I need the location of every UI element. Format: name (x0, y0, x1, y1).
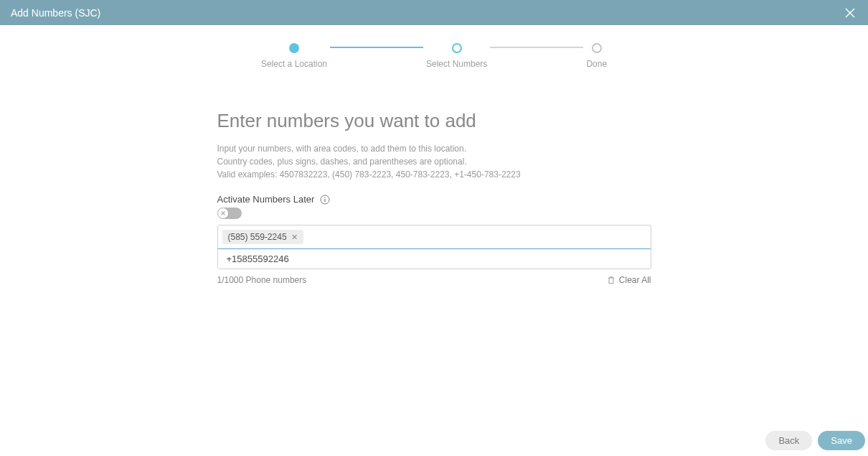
chip-remove-button[interactable]: ✕ (291, 233, 298, 241)
step-circle-completed (289, 43, 299, 53)
activate-later-toggle[interactable] (217, 208, 242, 219)
text-input-wrapper (217, 248, 651, 269)
step-select-numbers: Select Numbers (426, 43, 487, 69)
number-chip: (585) 559-2245 ✕ (222, 230, 303, 244)
activate-later-row: Activate Numbers Later (217, 194, 651, 205)
step-circle-pending (592, 43, 602, 53)
modal-title: Add Numbers (SJC) (11, 7, 100, 19)
chips-row: (585) 559-2245 ✕ (218, 225, 651, 249)
step-line (330, 47, 423, 48)
close-icon (844, 7, 856, 19)
footer-actions: Back Save (765, 431, 865, 450)
step-circle-current (452, 43, 462, 53)
description-line: Valid examples: 4507832223, (450) 783-22… (217, 168, 651, 181)
step-done: Done (586, 43, 607, 69)
toggle-knob (218, 208, 228, 218)
numbers-counter: 1/1000 Phone numbers (217, 275, 307, 285)
input-footer: 1/1000 Phone numbers Clear All (217, 275, 651, 285)
clear-all-label: Clear All (619, 275, 651, 285)
description-line: Country codes, plus signs, dashes, and p… (217, 155, 651, 168)
numbers-input[interactable] (218, 249, 651, 269)
clear-all-button[interactable]: Clear All (607, 275, 651, 285)
close-button[interactable] (843, 6, 857, 20)
page-title: Enter numbers you want to add (217, 110, 651, 132)
activate-later-label: Activate Numbers Later (217, 194, 315, 205)
chip-text: (585) 559-2245 (228, 232, 287, 242)
step-label: Select a Location (261, 59, 327, 69)
description-text: Input your numbers, with area codes, to … (217, 142, 651, 181)
svg-point-4 (325, 197, 326, 197)
info-icon[interactable] (320, 195, 330, 205)
step-line (490, 47, 583, 48)
save-button[interactable]: Save (818, 431, 865, 450)
step-select-location: Select a Location (261, 43, 327, 69)
back-button[interactable]: Back (765, 431, 812, 450)
description-line: Input your numbers, with area codes, to … (217, 142, 651, 155)
step-label: Select Numbers (426, 59, 487, 69)
numbers-input-area: (585) 559-2245 ✕ (217, 225, 651, 269)
main-card: Enter numbers you want to add Input your… (196, 88, 673, 314)
step-label: Done (586, 59, 607, 69)
modal-header: Add Numbers (SJC) (0, 0, 868, 25)
stepper: Select a Location Select Numbers Done (0, 25, 868, 78)
trash-icon (607, 276, 615, 284)
